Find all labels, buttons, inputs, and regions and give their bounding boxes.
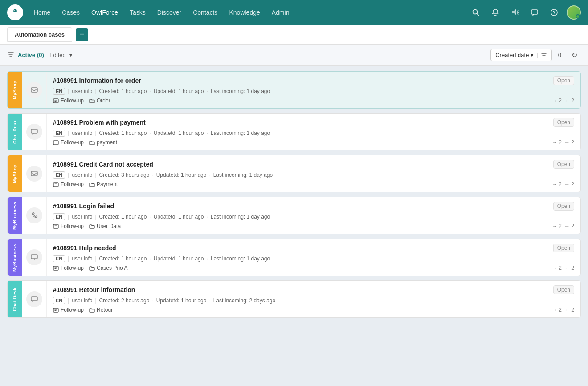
case-icon-col <box>22 197 47 234</box>
case-tag-category[interactable]: payment <box>89 139 117 146</box>
tag-followup-label: Follow-up <box>61 98 84 104</box>
add-tab-button[interactable]: + <box>76 28 88 41</box>
arrows-in: ← 2 <box>564 98 574 104</box>
case-title[interactable]: #108991 Information for order <box>53 77 141 84</box>
case-arrows: → 2 ← 2 <box>552 307 574 313</box>
svg-rect-16 <box>53 141 58 145</box>
case-card[interactable]: Chat Desk #108991 Problem with payment O… <box>7 113 581 150</box>
meta-divider4: · <box>206 88 208 94</box>
followup-icon <box>53 265 59 271</box>
case-lang: EN <box>53 255 65 262</box>
nav-cases[interactable]: Cases <box>57 6 85 19</box>
chat-icon[interactable] <box>527 5 542 20</box>
nav-contacts[interactable]: Contacts <box>188 6 223 19</box>
tag-category-label: User Data <box>97 223 121 229</box>
case-footer: Follow-up Retour → 2 ← 2 <box>53 307 574 313</box>
case-card[interactable]: MyBusiness #108991 Help needed Open EN |… <box>7 239 581 276</box>
meta-divider3: · <box>152 297 153 304</box>
case-footer: Follow-up payment → 2 ← 2 <box>53 139 574 146</box>
search-icon[interactable] <box>469 5 483 20</box>
case-label: MyShop <box>8 72 22 108</box>
case-tag-category[interactable]: Order <box>89 98 110 104</box>
notifications-icon[interactable] <box>488 5 502 20</box>
case-footer: Follow-up Order → 2 ← 2 <box>53 98 574 104</box>
meta-divider: | <box>68 130 69 136</box>
case-tag-followup[interactable]: Follow-up <box>53 223 84 229</box>
case-tag-category[interactable]: Cases Prio A <box>89 265 127 271</box>
case-tags: Follow-up payment <box>53 139 117 146</box>
case-lang: EN <box>53 297 65 304</box>
filter-bar: Active (0) Edited ▾ Created date ▾ | 0 ↻ <box>0 45 588 66</box>
filter-chevron-icon[interactable]: ▾ <box>69 52 72 58</box>
cases-list: MyShop #108991 Information for order Ope… <box>0 66 588 386</box>
case-tag-followup[interactable]: Follow-up <box>53 307 84 313</box>
case-header: #108991 Information for order Open <box>53 76 574 85</box>
refresh-button[interactable]: ↻ <box>568 49 581 62</box>
tag-category-label: Payment <box>97 181 118 187</box>
nav-admin[interactable]: Admin <box>266 6 295 19</box>
svg-point-1 <box>12 9 14 11</box>
case-card[interactable]: MyShop #108991 Information for order Ope… <box>7 71 581 109</box>
case-label: MyBusiness <box>8 239 22 276</box>
meta-divider2: | <box>95 172 96 178</box>
case-title[interactable]: #108991 Credit Card not accepted <box>53 161 153 168</box>
case-title[interactable]: #108991 Help needed <box>53 244 116 252</box>
nav-knowledge[interactable]: Knowledge <box>224 6 265 19</box>
case-card[interactable]: MyBusiness #108991 Login failed Open EN … <box>7 197 581 234</box>
tab-title: Automation cases <box>15 31 65 38</box>
case-status-badge: Open <box>553 160 574 169</box>
case-tag-category[interactable]: Payment <box>89 181 118 187</box>
tag-category-label: Order <box>97 98 110 104</box>
avatar[interactable] <box>567 5 581 20</box>
case-tag-followup[interactable]: Follow-up <box>53 98 84 104</box>
case-last-incoming: Last incoming: 1 day ago <box>211 88 270 94</box>
svg-rect-21 <box>53 266 58 270</box>
case-tag-category[interactable]: Retour <box>89 307 113 313</box>
case-tag-followup[interactable]: Follow-up <box>53 139 84 146</box>
arrows-out: → 2 <box>552 98 562 104</box>
sort-button[interactable]: Created date ▾ | <box>490 49 552 61</box>
case-title[interactable]: #108991 Login failed <box>53 203 114 210</box>
case-tag-followup[interactable]: Follow-up <box>53 265 84 271</box>
logo[interactable] <box>7 4 23 20</box>
case-sidebar: MyBusiness <box>8 197 22 234</box>
case-user-info: user info <box>72 214 92 220</box>
help-icon[interactable]: ? <box>547 5 561 20</box>
svg-rect-19 <box>53 224 58 228</box>
nav-tasks[interactable]: Tasks <box>124 6 151 19</box>
case-status-badge: Open <box>553 285 574 294</box>
megaphone-icon[interactable] <box>508 5 522 20</box>
nav-discover[interactable]: Discover <box>152 6 187 19</box>
arrows-out: → 2 <box>552 139 562 146</box>
svg-line-6 <box>477 14 479 16</box>
meta-divider2: | <box>95 88 96 94</box>
automation-cases-tab[interactable]: Automation cases <box>7 27 72 42</box>
followup-icon <box>53 140 59 146</box>
case-title[interactable]: #108991 Problem with payment <box>53 119 146 126</box>
case-last-incoming: Last incoming: 1 day ago <box>211 256 270 262</box>
case-card[interactable]: MyShop #108991 Credit Card not accepted … <box>7 155 581 192</box>
case-lang: EN <box>53 213 65 220</box>
arrows-in: ← 2 <box>564 181 574 187</box>
arrows-out: → 2 <box>552 307 562 313</box>
case-tag-category[interactable]: User Data <box>89 223 121 229</box>
case-content: #108991 Credit Card not accepted Open EN… <box>47 155 580 192</box>
svg-text:?: ? <box>553 10 555 15</box>
filter-icon[interactable] <box>7 51 14 60</box>
active-filter[interactable]: Active (0) <box>18 52 44 58</box>
filter-right: Created date ▾ | 0 ↻ <box>490 49 581 62</box>
tag-followup-label: Follow-up <box>61 223 84 229</box>
case-title[interactable]: #108991 Retour information <box>53 286 135 293</box>
nav-home[interactable]: Home <box>29 6 56 19</box>
folder-icon <box>89 265 95 271</box>
case-icon-col <box>22 72 47 108</box>
case-created: Created: 1 hour ago <box>99 130 147 136</box>
case-meta: EN | user info | Created: 1 hour ago · U… <box>53 88 574 95</box>
nav-owlforce[interactable]: OwlForce <box>86 6 123 19</box>
meta-divider3: · <box>149 88 151 94</box>
case-tag-followup[interactable]: Follow-up <box>53 181 84 187</box>
meta-divider3: · <box>149 256 151 262</box>
case-card[interactable]: Chat Desk #108991 Retour information Ope… <box>7 280 581 318</box>
meta-divider3: · <box>149 130 151 136</box>
arrows-out: → 2 <box>552 223 562 229</box>
